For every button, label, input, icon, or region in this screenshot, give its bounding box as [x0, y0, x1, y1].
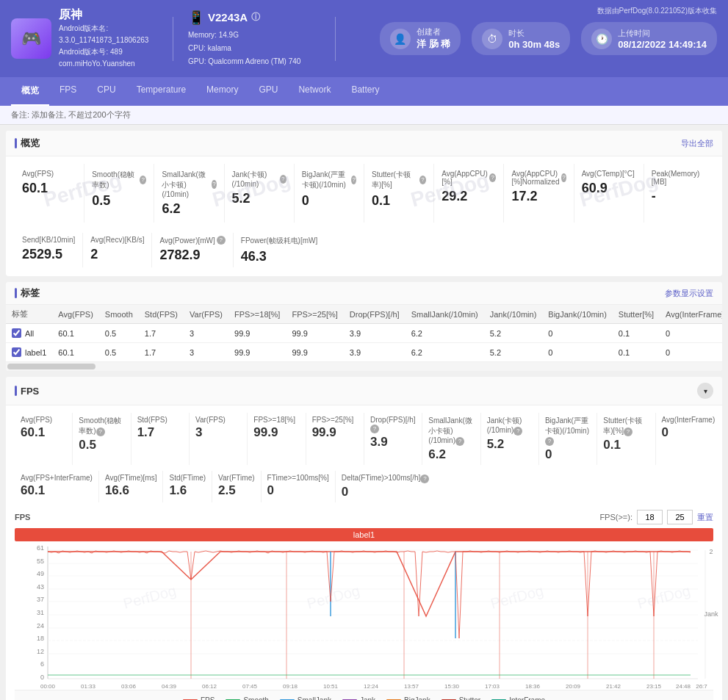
- duration-value: 0h 30m 48s: [508, 39, 560, 50]
- overview-title: 概览: [15, 137, 40, 150]
- svg-text:0: 0: [40, 674, 44, 681]
- svg-text:09:18: 09:18: [283, 683, 298, 690]
- fps-stat-8: Jank(卡顿)(/10min)?5.2: [481, 413, 539, 465]
- help-icon[interactable]: ?: [513, 427, 522, 436]
- help-icon[interactable]: ?: [96, 427, 105, 436]
- help-icon[interactable]: ?: [420, 475, 429, 483]
- svg-text:06:12: 06:12: [202, 683, 217, 690]
- svg-text:13:57: 13:57: [404, 683, 419, 690]
- chart-legend: FPSSmoothSmallJankJankBigJankStutterInte…: [15, 690, 713, 700]
- help-icon[interactable]: ?: [561, 173, 566, 182]
- label-bar: label1: [15, 528, 713, 541]
- threshold-input-2[interactable]: [667, 510, 693, 524]
- svg-text:10:51: 10:51: [323, 683, 339, 690]
- svg-text:PerfDog: PerfDog: [635, 582, 692, 612]
- col-header-9: Jank(/10min): [484, 305, 543, 324]
- app-text: 原神 Android版本名: 3.3.0_11741873_11806263 A…: [59, 7, 148, 70]
- legend-item-jank: Jank: [342, 696, 375, 700]
- params-btn[interactable]: 参数显示设置: [665, 288, 713, 299]
- table-row: All60.10.51.7399.999.93.96.25.200.1060.1…: [6, 324, 722, 343]
- help-icon[interactable]: ?: [419, 176, 426, 184]
- nav-item-cpu[interactable]: CPU: [87, 77, 126, 106]
- duration-label: 时长: [508, 28, 560, 39]
- legend-item-bigjank: BigJank: [386, 696, 430, 700]
- help-icon[interactable]: ?: [351, 176, 356, 184]
- app-meta: Android版本名: 3.3.0_11741873_11806263 Andr…: [59, 23, 148, 70]
- svg-text:00:00: 00:00: [40, 683, 56, 690]
- fps-stat2-0: Avg(FPS+InterFrame)60.1: [15, 471, 99, 502]
- fps-stat-4: FPS>=18[%]99.9: [248, 413, 306, 465]
- overview-stat-4: BigJank(严重卡顿)(/10min)?0: [295, 164, 364, 223]
- app-avatar: 🎮: [11, 18, 51, 59]
- fps-stat-10: Stutter(卡顿率)[%]?0.1: [597, 413, 655, 465]
- fps-stat-9: BigJank(严重卡顿)(/10min)?0: [539, 413, 597, 465]
- overview-stat-9: Peak(Memory)[MB]-: [644, 164, 713, 223]
- col-header-1: Avg(FPS): [52, 305, 98, 324]
- help-icon[interactable]: ?: [624, 427, 633, 436]
- row-checkbox[interactable]: [12, 347, 21, 357]
- help-icon[interactable]: ?: [545, 437, 554, 446]
- svg-text:PerfDog: PerfDog: [305, 582, 361, 612]
- nav-item-概览[interactable]: 概览: [11, 77, 49, 106]
- nav-item-temperature[interactable]: Temperature: [126, 77, 196, 106]
- svg-text:PerfDog: PerfDog: [121, 582, 178, 612]
- help-icon[interactable]: ?: [370, 425, 379, 433]
- scrollbar-thumb[interactable]: [7, 364, 95, 369]
- col-header-8: SmallJank(/10min): [406, 305, 484, 324]
- overview-stat2-1: Avg(Recv)[KB/s]2: [83, 233, 152, 267]
- svg-text:21:42: 21:42: [606, 683, 621, 690]
- upload-value: 08/12/2022 14:49:14: [618, 39, 707, 50]
- threshold-input-1[interactable]: [637, 510, 663, 524]
- note-bar: 备注: 添加备注, 不超过200个字符: [0, 106, 728, 125]
- svg-text:18: 18: [37, 635, 44, 642]
- note-text: 备注: 添加备注, 不超过200个字符: [11, 110, 131, 119]
- nav-item-battery[interactable]: Battery: [341, 77, 389, 106]
- tags-table-scroll[interactable]: 标签Avg(FPS)SmoothStd(FPS)Var(FPS)FPS>=18[…: [6, 305, 722, 362]
- svg-text:55: 55: [37, 558, 44, 565]
- upload-icon: 🕐: [591, 29, 612, 49]
- device-info: 📱 V2243A ⓘ Memory: 14.9G CPU: kalama GPU…: [188, 10, 320, 68]
- device-info-icon[interactable]: ⓘ: [251, 11, 260, 24]
- nav-item-gpu[interactable]: GPU: [248, 77, 288, 106]
- chart-svg-wrap: label1 61 55 49 43 37 31 24 18 12 6 0: [15, 528, 713, 690]
- row-checkbox[interactable]: [12, 328, 21, 338]
- reset-btn[interactable]: 重置: [697, 512, 713, 523]
- clock-icon: ⏱: [482, 29, 502, 49]
- svg-text:24:48: 24:48: [676, 683, 691, 690]
- help-icon[interactable]: ?: [217, 236, 226, 245]
- help-icon[interactable]: ?: [280, 175, 286, 184]
- help-icon[interactable]: ?: [212, 180, 216, 189]
- svg-text:15:30: 15:30: [444, 683, 460, 690]
- fps-stat2-3: Var(FTime)2.5: [212, 471, 261, 502]
- fps-stat-0: Avg(FPS)60.1: [15, 413, 73, 465]
- app-name: 原神: [59, 7, 148, 23]
- overview-stat2-3: FPower(帧级耗电)[mW]46.3: [234, 233, 325, 267]
- overview-stat-0: Avg(FPS)60.1: [15, 164, 84, 223]
- help-icon[interactable]: ?: [455, 437, 464, 446]
- svg-text:6: 6: [40, 660, 44, 668]
- fps-chart-svg: 61 55 49 43 37 31 24 18 12 6 0: [15, 543, 720, 690]
- col-header-10: BigJank(/10min): [542, 305, 612, 324]
- nav-item-fps[interactable]: FPS: [49, 77, 87, 106]
- col-header-11: Stutter[%]: [613, 305, 660, 324]
- fps-stat-6: Drop(FPS)[/h]?3.9: [364, 413, 422, 465]
- app-info: 🎮 原神 Android版本名: 3.3.0_11741873_11806263…: [11, 7, 158, 70]
- fps-stat-7: SmallJank(微小卡顿)(/10min)?6.2: [422, 413, 480, 465]
- export-button[interactable]: 导出全部: [681, 138, 713, 149]
- chart-fps-label: FPS: [15, 513, 30, 522]
- fps-stat-5: FPS>=25[%]99.9: [306, 413, 364, 465]
- tags-scrollbar[interactable]: [6, 362, 722, 371]
- help-icon[interactable]: ?: [489, 173, 497, 182]
- overview-stat2-2: Avg(Power)[mW]?2782.9: [152, 233, 233, 267]
- chart-container: FPS FPS(>=): 重置 label1 61 55 49 43: [6, 510, 722, 700]
- legend-item-smooth: Smooth: [226, 696, 268, 700]
- help-icon[interactable]: ?: [140, 176, 146, 184]
- nav-item-network[interactable]: Network: [288, 77, 341, 106]
- person-icon: 👤: [390, 29, 411, 49]
- overview-stat-6: Avg(AppCPU)[%]?29.2: [434, 164, 504, 223]
- fps-stats-row2: Avg(FPS+InterFrame)60.1Avg(FTime)[ms]16.…: [15, 471, 713, 502]
- nav-item-memory[interactable]: Memory: [196, 77, 248, 106]
- svg-text:20:09: 20:09: [566, 683, 581, 690]
- fps-stat2-2: Std(FTime)1.6: [163, 471, 212, 502]
- fps-collapse-btn[interactable]: ▾: [697, 383, 713, 399]
